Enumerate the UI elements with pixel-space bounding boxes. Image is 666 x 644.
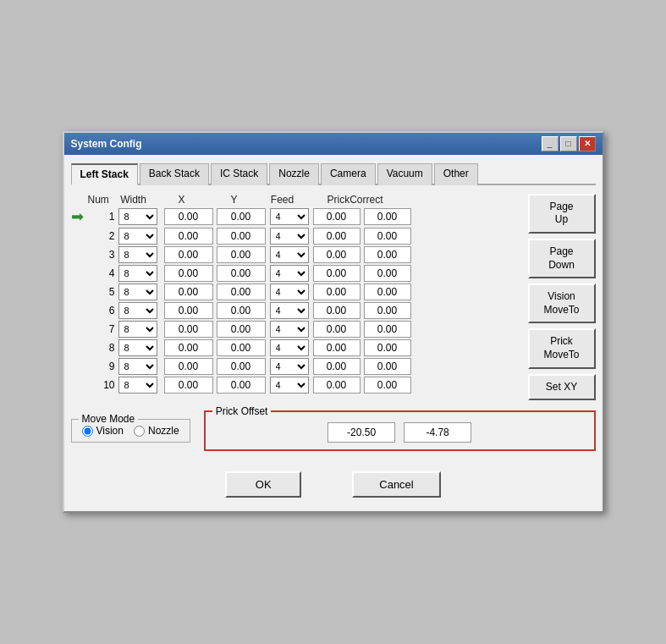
prick-correct-1[interactable]: 0.00 [313,246,361,263]
main-content: Left Stack Back Stack IC Stack Nozzle Ca… [64,155,603,511]
prick-correct-2[interactable]: 0.00 [364,302,411,319]
vision-radio-label[interactable]: Vision [82,425,124,437]
vision-radio[interactable] [82,426,93,437]
x-value[interactable]: 0.00 [164,265,213,282]
tab-other[interactable]: Other [434,163,478,185]
prick-correct-1[interactable]: 0.00 [313,339,361,356]
x-value[interactable]: 0.00 [164,302,213,319]
prick-correct-2[interactable]: 0.00 [364,228,411,245]
prick-correct-1[interactable]: 0.00 [313,283,361,300]
maximize-button[interactable]: □ [560,136,577,151]
y-value[interactable]: 0.00 [217,228,266,245]
prick-correct-1[interactable]: 0.00 [313,321,361,338]
page-up-button[interactable]: Page Up [528,194,596,234]
tab-camera[interactable]: Camera [321,163,376,185]
prick-correct-2[interactable]: 0.00 [364,339,411,356]
prick-correct-2[interactable]: 0.00 [364,208,411,225]
nozzle-radio-text: Nozzle [148,425,179,437]
width-select[interactable]: 8642 [118,283,157,300]
x-value[interactable]: 0.00 [164,377,213,394]
feed-select[interactable]: 421 [270,265,309,282]
cancel-button[interactable]: Cancel [352,471,440,498]
x-value[interactable]: 0.00 [164,208,213,225]
tab-left-stack[interactable]: Left Stack [71,163,138,185]
prick-offset-value1[interactable]: -20.50 [327,422,395,443]
width-dropdown-cell: 8642 [118,246,162,263]
x-value[interactable]: 0.00 [164,246,213,263]
width-select[interactable]: 8642 [118,246,157,263]
width-dropdown-cell: 8642 [118,321,162,338]
y-value[interactable]: 0.00 [217,302,266,319]
prick-correct-2[interactable]: 0.00 [364,321,411,338]
width-select[interactable]: 8642 [118,265,157,282]
width-select[interactable]: 8642 [118,208,157,225]
prick-moveto-button[interactable]: Prick MoveTo [528,328,596,368]
feed-select[interactable]: 421 [270,208,309,225]
tab-ic-stack[interactable]: IC Stack [211,163,267,185]
prick-correct-2[interactable]: 0.00 [364,265,411,282]
width-select[interactable]: 8642 [118,302,157,319]
width-dropdown-cell: 8642 [118,228,162,245]
prick-offset-value2[interactable]: -4.78 [404,422,471,443]
prick-correct-2[interactable]: 0.00 [364,283,411,300]
row-number: 3 [95,249,118,261]
y-value[interactable]: 0.00 [217,339,266,356]
prick-correct-1[interactable]: 0.00 [313,208,361,225]
width-dropdown-cell: 8642 [118,358,162,375]
tab-vacuum[interactable]: Vacuum [377,163,432,185]
width-select[interactable]: 8642 [118,377,157,394]
vision-moveto-button[interactable]: Vision MoveTo [528,283,596,323]
prick-offset-values: -20.50 -4.78 [216,422,584,443]
prick-correct-1[interactable]: 0.00 [313,358,361,375]
feed-select[interactable]: 421 [270,339,309,356]
feed-dropdown-cell: 421 [267,339,311,356]
set-xy-button[interactable]: Set XY [528,374,596,401]
x-value[interactable]: 0.00 [164,339,213,356]
y-value[interactable]: 0.00 [217,283,266,300]
feed-select[interactable]: 421 [270,302,309,319]
y-value[interactable]: 0.00 [217,321,266,338]
page-down-button[interactable]: Page Down [528,239,596,278]
prick-correct-2[interactable]: 0.00 [364,377,411,394]
prick-correct-2[interactable]: 0.00 [364,246,411,263]
x-value[interactable]: 0.00 [164,228,213,245]
x-value[interactable]: 0.00 [164,321,213,338]
tab-nozzle[interactable]: Nozzle [269,163,319,185]
y-value[interactable]: 0.00 [217,265,266,282]
x-value[interactable]: 0.00 [164,283,213,300]
table-row: 386420.000.004210.000.00 [71,246,521,263]
y-value[interactable]: 0.00 [217,358,266,375]
feed-select[interactable]: 421 [270,283,309,300]
width-select[interactable]: 8642 [118,358,157,375]
row-number: 10 [95,379,118,391]
width-select[interactable]: 8642 [118,228,157,245]
col-prick-correct: PrickCorrect [305,194,406,206]
feed-select[interactable]: 421 [270,377,309,394]
tab-back-stack[interactable]: Back Stack [140,163,209,185]
feed-select[interactable]: 421 [270,358,309,375]
nozzle-radio[interactable] [134,426,145,437]
x-value[interactable]: 0.00 [164,358,213,375]
close-button[interactable]: ✕ [579,136,596,151]
prick-correct-1[interactable]: 0.00 [313,377,361,394]
feed-select[interactable]: 421 [270,246,309,263]
width-select[interactable]: 8642 [118,321,157,338]
width-select[interactable]: 8642 [118,339,157,356]
y-value[interactable]: 0.00 [217,377,266,394]
minimize-button[interactable]: _ [542,136,559,151]
prick-correct-1[interactable]: 0.00 [313,265,361,282]
y-value[interactable]: 0.00 [217,246,266,263]
y-value[interactable]: 0.00 [217,208,266,225]
row-number: 9 [95,361,118,372]
prick-correct-2[interactable]: 0.00 [364,358,411,375]
row-number: 4 [95,267,118,279]
feed-select[interactable]: 421 [270,228,309,245]
ok-button[interactable]: OK [225,471,301,498]
title-bar: System Config _ □ ✕ [64,133,603,155]
nozzle-radio-label[interactable]: Nozzle [134,425,179,437]
prick-correct-1[interactable]: 0.00 [313,302,361,319]
feed-select[interactable]: 421 [270,321,309,338]
tab-bar: Left Stack Back Stack IC Stack Nozzle Ca… [71,162,596,185]
prick-correct-1[interactable]: 0.00 [313,228,361,245]
row-number: 6 [95,305,118,316]
